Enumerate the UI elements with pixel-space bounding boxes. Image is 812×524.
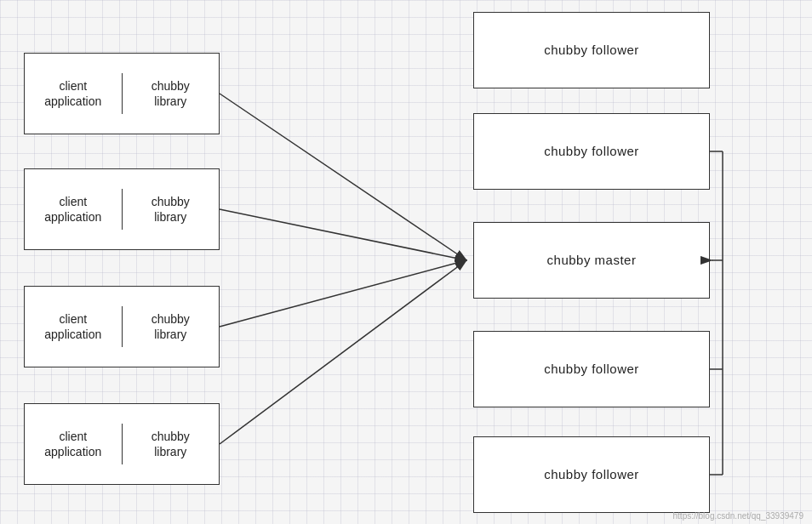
client-app-label-3: clientapplication <box>25 306 123 347</box>
follower-4-label: chubby follower <box>544 466 639 483</box>
client-app-label-1: clientapplication <box>25 73 123 114</box>
chubby-follower-3: chubby follower <box>473 331 710 407</box>
arrow-client2-to-master <box>220 209 466 260</box>
chubby-library-label-4: chubbylibrary <box>123 424 220 464</box>
arrow-client4-to-master <box>220 260 466 444</box>
client-box-1: clientapplication chubbylibrary <box>24 53 220 134</box>
chubby-library-label-3: chubbylibrary <box>123 306 220 347</box>
client-app-label-2: clientapplication <box>25 189 123 230</box>
chubby-follower-4: chubby follower <box>473 436 710 513</box>
chubby-library-label-1: chubbylibrary <box>123 73 220 114</box>
diagram-container: clientapplication chubbylibrary clientap… <box>0 0 812 524</box>
follower-3-label: chubby follower <box>544 361 639 378</box>
chubby-follower-2: chubby follower <box>473 113 710 190</box>
chubby-master: chubby master <box>473 222 710 299</box>
chubby-follower-1: chubby follower <box>473 12 710 88</box>
arrow-client1-to-master <box>220 94 466 260</box>
watermark: https://blog.csdn.net/qq_33939479 <box>673 511 803 521</box>
client-box-4: clientapplication chubbylibrary <box>24 403 220 485</box>
follower-1-label: chubby follower <box>544 42 639 59</box>
arrow-client3-to-master <box>220 260 466 327</box>
client-app-label-4: clientapplication <box>25 424 123 464</box>
follower-2-label: chubby follower <box>544 143 639 160</box>
client-box-3: clientapplication chubbylibrary <box>24 286 220 367</box>
chubby-library-label-2: chubbylibrary <box>123 189 220 230</box>
master-label: chubby master <box>547 252 637 269</box>
client-box-2: clientapplication chubbylibrary <box>24 168 220 250</box>
